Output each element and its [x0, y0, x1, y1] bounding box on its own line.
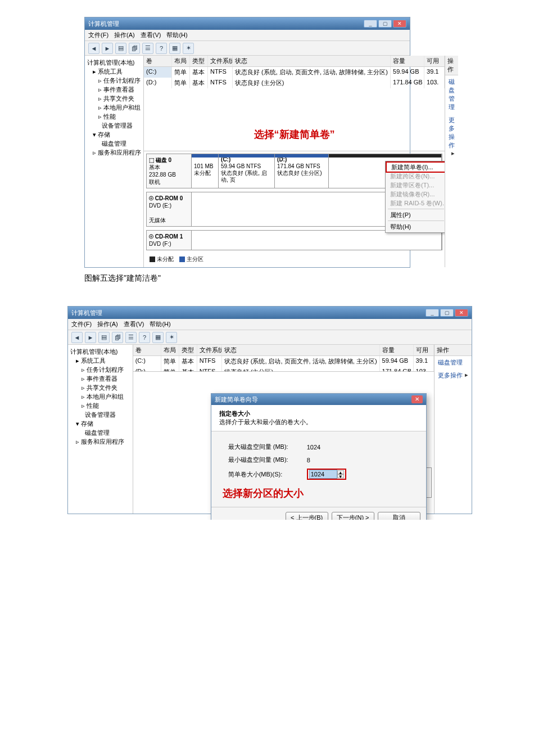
tree-shared[interactable]: 共享文件夹 [103, 95, 134, 102]
minimize-button[interactable]: _ [364, 20, 377, 28]
ctx-new-stripe[interactable]: 新建带区卷(T)... [386, 181, 445, 190]
actions-pane: 操作 磁盘管理 更多操作 [434, 345, 472, 514]
menu-help[interactable]: 帮助(H) [150, 320, 170, 328]
forward-icon[interactable]: ► [102, 43, 113, 54]
menu-view[interactable]: 查看(V) [124, 320, 144, 328]
min-space-label: 最小磁盘空间量 (MB): [228, 456, 307, 464]
tree-root[interactable]: 计算机管理(本地) [70, 347, 130, 356]
properties-icon[interactable]: ☰ [125, 332, 137, 343]
minimize-button[interactable]: _ [426, 309, 439, 317]
volume-size-input[interactable] [309, 470, 337, 479]
tree-event[interactable]: 事件查看器 [103, 86, 134, 93]
tree-perf[interactable]: 性能 [103, 113, 116, 120]
context-menu: 新建简单卷(I)... 新建跨区卷(N)... 新建带区卷(T)... 新建镜像… [385, 161, 445, 233]
table-row[interactable]: (C:) 简单 基本 NTFS 状态良好 (系统, 启动, 页面文件, 活动, … [133, 356, 434, 367]
nav-tree[interactable]: 计算机管理(本地) ▸ 系统工具 ▹ 任务计划程序 ▹ 事件查看器 ▹ 共享文件… [85, 56, 144, 267]
help-icon[interactable]: ? [156, 43, 167, 54]
cancel-button[interactable]: 取消 [378, 512, 420, 520]
back-icon[interactable]: ◄ [88, 43, 99, 54]
ctx-new-raid5[interactable]: 新建 RAID-5 卷(W)... [386, 199, 445, 208]
spinner-down-icon[interactable]: ▼ [337, 474, 344, 478]
tree-systools[interactable]: 系统工具 [98, 68, 123, 75]
refresh-icon[interactable]: 🗐 [112, 332, 123, 343]
window-title: 计算机管理 [88, 20, 119, 28]
up-icon[interactable]: ▤ [115, 43, 126, 54]
wizard-title: 新建简单卷向导 [215, 395, 258, 404]
spinner-up-icon[interactable]: ▲ [337, 470, 344, 474]
main-pane: 卷 布局 类型 文件系统 状态 容量 可用 (C:) 简单 基本 NTFS 状态… [144, 56, 445, 267]
table-row[interactable]: (D:) 简单 基本 NTFS 状态良好 (主分区) 171.84 GB 103… [133, 367, 434, 372]
ctx-new-simple[interactable]: 新建简单卷(I)... [386, 161, 445, 173]
menubar: 文件(F) 操作(A) 查看(V) 帮助(H) [85, 30, 410, 41]
close-button[interactable]: ✕ [455, 309, 468, 317]
extra2-icon[interactable]: ✶ [166, 332, 177, 343]
window-title: 计算机管理 [71, 309, 102, 317]
tree-svcs[interactable]: 服务和应用程序 [98, 149, 141, 156]
next-button[interactable]: 下一步(N) > [332, 512, 374, 520]
table-row[interactable]: (D:) 简单 基本 NTFS 状态良好 (主分区) 171.84 GB 103… [144, 78, 445, 88]
toolbar: ◄ ► ▤ 🗐 ☰ ? ▦ ✶ [85, 41, 410, 56]
tree-users[interactable]: 本地用户和组 [103, 104, 141, 111]
partition-c[interactable]: (C:) 59.94 GB NTFS 状态良好 (系统, 启动, 页 [219, 154, 275, 188]
disk-map: ⬚ 磁盘 0 基本 232.88 GB 联机 101 MB 未分配 [144, 151, 445, 267]
col-status[interactable]: 状态 [233, 56, 391, 66]
ctx-props[interactable]: 属性(P) [386, 210, 445, 219]
menu-file[interactable]: 文件(F) [88, 31, 108, 39]
action-more[interactable]: 更多操作 [445, 114, 458, 152]
titlebar[interactable]: 计算机管理 _ ▢ ✕ [68, 307, 472, 319]
menu-help[interactable]: 帮助(H) [166, 31, 187, 39]
main-pane: 卷 布局 类型 文件系统 状态 容量 可用 (C:) 简单 基本 NTFS 状态… [133, 345, 434, 514]
col-vol[interactable]: 卷 [144, 56, 172, 66]
up-icon[interactable]: ▤ [98, 332, 110, 343]
tree-storage[interactable]: 存储 [98, 131, 110, 138]
tree-scheduler[interactable]: 任务计划程序 [103, 77, 141, 84]
ctx-help[interactable]: 帮助(H) [386, 222, 445, 231]
legend: 未分配 主分区 [146, 254, 442, 265]
max-space-value: 1024 [307, 444, 357, 451]
ctx-new-mirror[interactable]: 新建镜像卷(R)... [386, 190, 445, 199]
maximize-button[interactable]: ▢ [440, 309, 454, 317]
properties-icon[interactable]: ☰ [142, 43, 153, 54]
menu-view[interactable]: 查看(V) [141, 31, 161, 39]
col-free[interactable]: 可用 [424, 56, 445, 66]
col-layout[interactable]: 布局 [172, 56, 190, 66]
close-button[interactable]: ✕ [393, 20, 406, 28]
table-row[interactable]: (C:) 简单 基本 NTFS 状态良好 (系统, 启动, 页面文件, 活动, … [144, 67, 445, 78]
partition-unalloc[interactable]: 新建简单卷(I)... 新建跨区卷(N)... 新建带区卷(T)... 新建镜像… [329, 154, 442, 188]
partition-d[interactable]: (D:) 171.84 GB NTFS 状态良好 (主分区) [275, 154, 329, 188]
volume-size-spinner[interactable]: ▲ ▼ [307, 469, 346, 480]
extra2-icon[interactable]: ✶ [183, 43, 194, 54]
figure-caption: 图解五选择"建简洁卷" [84, 273, 534, 284]
nav-tree[interactable]: 计算机管理(本地) ▸ 系统工具 ▹ 任务计划程序 ▹ 事件查看器 ▹ 共享文件… [68, 345, 133, 514]
volume-table: 卷 布局 类型 文件系统 状态 容量 可用 (C:) 简单 基本 NTFS 状态… [144, 56, 445, 151]
menu-file[interactable]: 文件(F) [71, 320, 92, 328]
min-space-value: 8 [307, 457, 357, 464]
col-type[interactable]: 类型 [190, 56, 208, 66]
computer-management-window-2: 计算机管理 _ ▢ ✕ 文件(F) 操作(A) 查看(V) 帮助(H) ◄ ► … [67, 306, 472, 514]
ctx-new-span[interactable]: 新建跨区卷(N)... [386, 172, 445, 181]
tree-root[interactable]: 计算机管理(本地) [87, 58, 141, 67]
disk0: ⬚ 磁盘 0 基本 232.88 GB 联机 101 MB 未分配 [146, 154, 442, 188]
max-space-label: 最大磁盘空间量 (MB): [228, 443, 307, 451]
maximize-button[interactable]: ▢ [378, 20, 392, 28]
callout-text: 选择“新建简单卷” [144, 128, 445, 141]
menu-action[interactable]: 操作(A) [97, 320, 118, 328]
wizard-close-button[interactable]: ✕ [411, 395, 423, 403]
back-button[interactable]: < 上一步(B) [286, 512, 328, 520]
col-fs[interactable]: 文件系统 [208, 56, 233, 66]
wizard-heading: 指定卷大小 [219, 410, 418, 418]
tree-diskmgmt[interactable]: 磁盘管理 [102, 140, 126, 147]
titlebar[interactable]: 计算机管理 _ ▢ ✕ [85, 17, 410, 30]
back-icon[interactable]: ◄ [71, 332, 83, 343]
partition-sys[interactable]: 101 MB 未分配 [192, 154, 219, 188]
forward-icon[interactable]: ► [85, 332, 96, 343]
extra1-icon[interactable]: ▦ [152, 332, 164, 343]
help-icon[interactable]: ? [139, 332, 150, 343]
menu-action[interactable]: 操作(A) [114, 31, 135, 39]
col-cap[interactable]: 容量 [391, 56, 424, 66]
refresh-icon[interactable]: 🗐 [129, 43, 140, 54]
tree-devmgr[interactable]: 设备管理器 [102, 122, 133, 129]
extra1-icon[interactable]: ▦ [169, 43, 180, 54]
actions-header: 操作 [445, 56, 458, 75]
action-diskmgmt[interactable]: 磁盘管理 [445, 75, 458, 114]
